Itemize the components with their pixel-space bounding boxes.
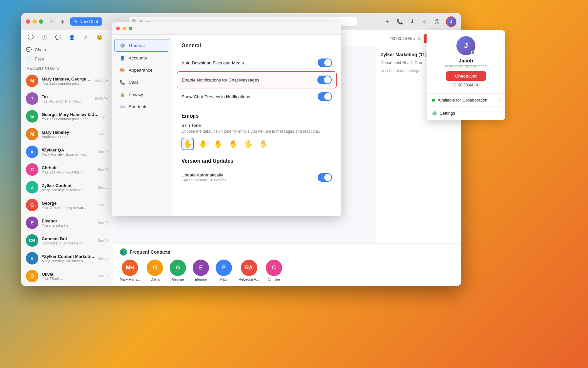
chat-preview: You: Let's connect post...	[42, 81, 91, 85]
availability-menu-item[interactable]: Available for Collaboration ›	[427, 94, 505, 107]
chat-avatar: E	[26, 217, 38, 229]
chat-item-george-mary-jacob[interactable]: G George, Mary Hansley & Jacob You: Let'…	[21, 107, 113, 125]
skin-tone-1[interactable]: 🤚	[197, 138, 209, 150]
version-sub: Current version: 1.0.0-beta1	[181, 178, 226, 182]
settings-nav-accounts[interactable]: 👤 Accounts	[114, 52, 169, 64]
sidebar-nav-chats[interactable]: 💬	[27, 34, 34, 41]
contact-mary-hans---[interactable]: MH Mary Hans...	[120, 260, 140, 281]
chat-name: Olivia	[42, 272, 94, 277]
settings-panel: ⚙️ General 👤 Accounts 🎨 Appearance 📞 Cal…	[112, 22, 341, 216]
chat-preview: You: Great! looking forwar...	[42, 206, 94, 210]
auto-update-toggle[interactable]	[318, 173, 332, 182]
refresh-icon[interactable]: ↻	[417, 36, 421, 41]
chat-item-mary-hansley[interactable]: M Mary Hansley Audio call ended. Sep 08	[21, 125, 113, 143]
close-button[interactable]	[26, 19, 30, 24]
chat-item-olivia[interactable]: O Olivia You: Thank you! Sep 07	[21, 267, 113, 285]
auto-download-toggle[interactable]	[318, 58, 332, 67]
chat-avatar: M	[26, 128, 38, 140]
chat-time: 10:43 AM	[94, 79, 108, 83]
chat-item-connect-bot[interactable]: CB Connect Bot Connect Bot: Alfred Neum.…	[21, 232, 113, 249]
phone-icon[interactable]: 📞	[396, 18, 403, 25]
download-icon[interactable]: ⬇	[409, 18, 416, 25]
contact-avatar: G	[170, 260, 186, 276]
user-avatar-button[interactable]: J	[446, 16, 456, 27]
chat-name: Taz	[42, 94, 91, 99]
settings-nav-appearance[interactable]: 🎨 Appearance	[114, 64, 169, 76]
shortcuts-icon: ⌨️	[119, 104, 125, 109]
chat-time: Sep 08	[98, 132, 108, 136]
sidebar-item-files[interactable]: 📄 Files	[21, 54, 113, 63]
settings-nav-calls[interactable]: 📞 Calls	[114, 76, 169, 88]
sidebar-nav-message[interactable]: 💬	[54, 34, 62, 41]
contact-christie[interactable]: C Christie	[266, 260, 282, 281]
home-icon[interactable]: ⌂	[48, 18, 54, 25]
chat-time: Sep 08	[98, 150, 108, 154]
chat-preview: Mary Hansley: We have a...	[42, 259, 94, 263]
profile-checkout-button[interactable]: Check-Out	[446, 71, 486, 81]
settings-nav-privacy[interactable]: 🔒 Privacy	[114, 88, 169, 100]
chat-item-zylker-content[interactable]: Z Zylker Content Mary Hansley: I'll revi…	[21, 178, 113, 196]
new-chat-button[interactable]: ✎ New Chat	[70, 17, 102, 26]
skin-tone-4[interactable]: 🖐	[242, 138, 254, 150]
chat-item-mary-george-jacob[interactable]: M Mary Hansley, George & Jacob You: Let'…	[21, 72, 113, 90]
chats-label: Chats	[35, 47, 46, 52]
settings-minimize[interactable]	[122, 27, 126, 30]
timer-value: 00:00:44 Hrs	[390, 36, 415, 41]
settings-nav-label: Privacy	[129, 92, 143, 97]
notifications-toggle[interactable]	[317, 76, 332, 84]
contact-olivia[interactable]: O Olivia	[147, 260, 163, 281]
settings-content: General Auto Download Files and Media En…	[172, 35, 341, 216]
sidebar-item-chats[interactable]: 💬 Chats	[21, 45, 113, 54]
contact-george[interactable]: G George	[170, 260, 186, 281]
contact-eleanor[interactable]: E Eleanor	[193, 260, 209, 281]
contact-avatar: P	[216, 260, 232, 276]
chat-item-taz[interactable]: T Taz Taz: Hi Jacob The follo... 10:00 A…	[21, 90, 113, 107]
clock-icon: 🕐	[452, 83, 456, 87]
chat-preview: You: Let me know if this h...	[42, 170, 94, 174]
skin-tone-label: Skin Tone	[181, 123, 332, 128]
chat-preview-toggle[interactable]	[318, 92, 332, 101]
chat-item-battle-card[interactable]: B battle card - #Zylker Content M... Mar…	[21, 285, 113, 286]
chat-item-zylker-qa[interactable]: # #Zylker QA Mary Hansley: Excellent w..…	[21, 143, 113, 161]
settings-menu-item[interactable]: ⚙️ Settings	[427, 107, 505, 120]
chat-avatar: Z	[26, 181, 38, 194]
chat-name: Connect Bot	[42, 236, 94, 241]
skin-tone-0[interactable]: ✋	[181, 138, 194, 150]
appearance-icon: 🎨	[119, 67, 125, 73]
chevron-right-icon: ›	[499, 98, 500, 103]
skin-tone-3[interactable]: ✋	[227, 138, 239, 150]
settings-maximize[interactable]	[129, 27, 132, 30]
chat-item-christie[interactable]: C Christie You: Let me know if this h...…	[21, 161, 113, 178]
skin-tone-2[interactable]: ✋	[212, 138, 224, 150]
sidebar-nav-people[interactable]: 👤	[68, 34, 76, 41]
sidebar-nav-history[interactable]: 🕐	[40, 34, 48, 41]
chat-item-eleanor[interactable]: E Eleanor You shared a file. Sep 08	[21, 214, 113, 232]
settings-nav-label: Accounts	[129, 56, 147, 60]
version-row-info: Update Automatically Current version: 1.…	[181, 172, 226, 182]
contact-avatar: E	[193, 260, 209, 276]
settings-close[interactable]	[116, 27, 120, 30]
skin-tone-5[interactable]: ✋	[257, 138, 269, 150]
chat-avatar: O	[26, 270, 38, 282]
chat-name: #Zylker Content Marketing Dep...	[42, 254, 94, 259]
contacts-row: MH Mary Hans... O Olivia G George E Elea…	[120, 260, 454, 281]
settings-nav-shortcuts[interactable]: ⌨️ Shortcuts	[114, 101, 169, 112]
minimize-button[interactable]	[32, 19, 37, 24]
sidebar-nav-emoji[interactable]: 😊	[95, 34, 103, 41]
settings-panel-header	[112, 22, 341, 35]
chat-preview: Taz: Hi Jacob The follo...	[42, 99, 91, 103]
chat-avatar: #	[26, 146, 38, 158]
chat-item-zylker-content-dep[interactable]: # #Zylker Content Marketing Dep... Mary …	[21, 249, 113, 267]
sidebar-nav-channels[interactable]: #	[82, 34, 90, 41]
settings-nav-general[interactable]: ⚙️ General	[114, 39, 169, 52]
contact-rebecca-a---[interactable]: RA Rebecca A...	[239, 260, 259, 281]
layout-icon[interactable]: ⊞	[59, 18, 66, 25]
chat-item-george[interactable]: G George You: Great! looking forwar... S…	[21, 196, 113, 214]
contact-name: George	[172, 277, 184, 281]
maximize-button[interactable]	[39, 19, 43, 24]
star-icon[interactable]: ☆	[421, 18, 428, 25]
plus-icon[interactable]: ＋	[384, 18, 391, 25]
chat-name: Mary Hansley, George & Jacob	[42, 77, 91, 81]
contact-paul[interactable]: P Paul	[216, 260, 232, 281]
at-icon[interactable]: @	[433, 18, 441, 25]
